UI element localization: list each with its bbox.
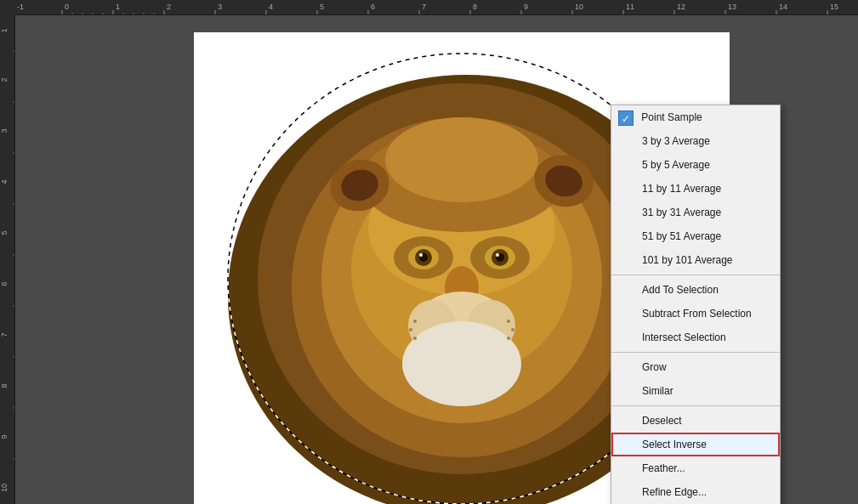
menu-item-add-to-selection[interactable]: Add To Selection <box>611 278 780 302</box>
context-menu: ✓ Point Sample 3 by 3 Average 5 by 5 Ave… <box>611 105 781 504</box>
menu-label-intersect-selection: Intersect Selection <box>642 331 726 343</box>
separator-3 <box>611 405 780 406</box>
menu-label-5x5: 5 by 5 Average <box>642 159 710 171</box>
svg-text:3: 3 <box>218 3 222 11</box>
menu-label-similar: Similar <box>642 385 673 397</box>
svg-point-78 <box>496 253 499 257</box>
menu-item-similar[interactable]: Similar <box>611 379 780 403</box>
svg-point-91 <box>507 337 510 340</box>
menu-item-refine-edge[interactable]: Refine Edge... <box>611 480 780 504</box>
svg-text:14: 14 <box>779 3 787 11</box>
menu-label-deselect: Deselect <box>642 415 682 427</box>
svg-text:2: 2 <box>167 3 171 11</box>
svg-text:3: 3 <box>0 128 9 133</box>
svg-point-77 <box>419 253 423 257</box>
menu-item-grow[interactable]: Grow <box>611 355 780 379</box>
ruler-left: 1 2 3 4 5 6 7 8 9 10 <box>0 0 15 504</box>
svg-text:12: 12 <box>677 3 685 11</box>
separator-1 <box>611 275 780 275</box>
menu-label-101x101: 101 by 101 Average <box>642 254 733 266</box>
svg-text:-1: -1 <box>17 3 24 11</box>
svg-text:4: 4 <box>0 179 9 184</box>
svg-point-90 <box>511 328 514 331</box>
svg-point-93 <box>385 117 538 202</box>
svg-text:7: 7 <box>422 3 426 11</box>
menu-item-feather[interactable]: Feather... <box>611 456 780 480</box>
svg-text:0: 0 <box>65 3 69 11</box>
menu-item-subtract-from-selection[interactable]: Subtract From Selection <box>611 302 780 326</box>
separator-2 <box>611 352 780 353</box>
menu-label-subtract-from-selection: Subtract From Selection <box>642 308 752 320</box>
menu-label-point-sample: Point Sample <box>641 111 702 123</box>
svg-point-87 <box>409 328 412 331</box>
menu-item-31x31-average[interactable]: 31 by 31 Average <box>611 201 780 224</box>
menu-label-grow: Grow <box>642 361 667 373</box>
svg-text:13: 13 <box>728 3 736 11</box>
svg-text:9: 9 <box>0 434 9 439</box>
menu-label-add-to-selection: Add To Selection <box>642 284 719 296</box>
menu-item-deselect[interactable]: Deselect <box>611 409 780 433</box>
svg-point-89 <box>507 320 510 323</box>
svg-text:9: 9 <box>524 3 528 11</box>
svg-text:4: 4 <box>269 3 273 11</box>
menu-label-refine-edge: Refine Edge... <box>642 486 707 498</box>
menu-label-select-inverse: Select Inverse <box>642 439 707 450</box>
svg-text:8: 8 <box>0 383 9 388</box>
svg-point-85 <box>402 321 521 406</box>
svg-text:5: 5 <box>320 3 324 11</box>
svg-text:10: 10 <box>0 484 9 492</box>
menu-label-11x11: 11 by 11 Average <box>642 183 721 195</box>
ruler-top: -1 0 1 2 3 4 5 6 7 8 9 <box>0 0 858 15</box>
svg-text:15: 15 <box>830 3 838 11</box>
svg-text:2: 2 <box>0 77 9 82</box>
check-icon: ✓ <box>618 110 634 126</box>
svg-text:11: 11 <box>626 3 634 11</box>
menu-item-5x5-average[interactable]: 5 by 5 Average <box>611 153 780 177</box>
menu-item-select-inverse[interactable]: Select Inverse <box>611 433 780 456</box>
svg-text:6: 6 <box>371 3 375 11</box>
svg-point-88 <box>413 337 417 340</box>
menu-item-11x11-average[interactable]: 11 by 11 Average <box>611 177 780 201</box>
menu-item-3x3-average[interactable]: 3 by 3 Average <box>611 129 780 153</box>
ruler-top-content: -1 0 1 2 3 4 5 6 7 8 9 <box>15 0 858 15</box>
svg-text:6: 6 <box>0 281 9 286</box>
ruler-corner <box>0 0 15 15</box>
svg-rect-42 <box>0 0 15 504</box>
menu-item-point-sample[interactable]: ✓ Point Sample <box>611 105 780 129</box>
menu-label-feather: Feather... <box>642 462 685 474</box>
menu-item-intersect-selection[interactable]: Intersect Selection <box>611 326 780 349</box>
canvas-area: ✓ Point Sample 3 by 3 Average 5 by 5 Ave… <box>15 15 858 504</box>
svg-text:1: 1 <box>0 28 9 32</box>
menu-label-3x3: 3 by 3 Average <box>642 135 710 147</box>
menu-item-51x51-average[interactable]: 51 by 51 Average <box>611 224 780 248</box>
svg-text:10: 10 <box>575 3 583 11</box>
menu-label-31x31: 31 by 31 Average <box>642 207 721 218</box>
svg-point-86 <box>413 320 417 323</box>
svg-text:5: 5 <box>0 230 9 235</box>
menu-label-51x51: 51 by 51 Average <box>642 230 721 242</box>
svg-text:7: 7 <box>0 332 9 337</box>
svg-text:1: 1 <box>116 3 120 11</box>
menu-item-101x101-average[interactable]: 101 by 101 Average <box>611 248 780 272</box>
svg-text:8: 8 <box>473 3 477 11</box>
